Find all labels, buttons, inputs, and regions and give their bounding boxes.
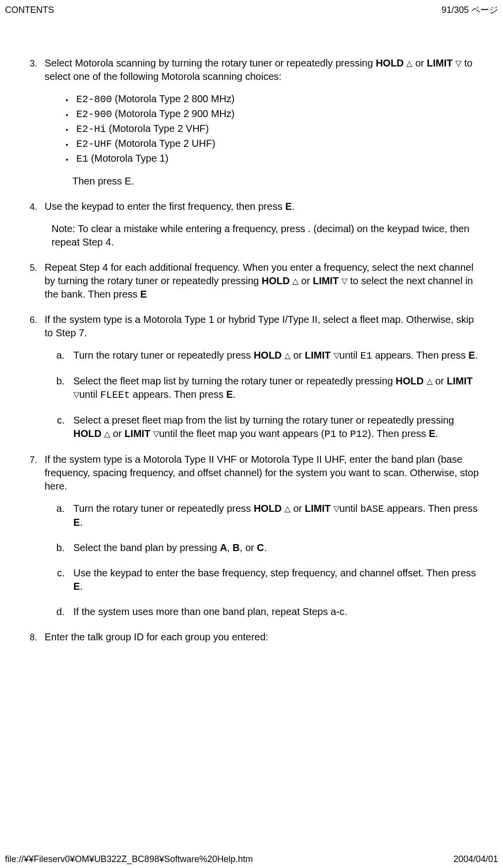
header-left: CONTENTS — [5, 4, 54, 16]
triangle-down-icon: ▽ — [153, 430, 159, 438]
list-item: E2-UHF (Motorola Type 2 UHF) — [73, 137, 483, 151]
footer-left: file://¥¥Fileserv0¥OM¥UB322Z_BC898¥Softw… — [5, 853, 253, 865]
step-7b: Select the band plan by pressing A, B, o… — [67, 541, 483, 555]
list-item: E1 (Motorola Type 1) — [73, 152, 483, 166]
step-5: Repeat Step 4 for each additional freque… — [40, 261, 483, 301]
main-steps-list: Select Motorola scanning by turning the … — [20, 57, 483, 644]
list-item: E2-Hi (Motorola Type 2 VHF) — [73, 122, 483, 136]
triangle-up-icon: △ — [427, 377, 433, 385]
triangle-down-icon: ▽ — [341, 277, 347, 285]
triangle-up-icon: △ — [406, 59, 412, 67]
triangle-up-icon: △ — [284, 351, 290, 360]
step-6a: Turn the rotary tuner or repeatedly pres… — [67, 349, 483, 363]
step-6-lead: If the system type is a Motorola Type 1 … — [45, 314, 474, 338]
step-6c: Select a preset fleet map from the list … — [67, 414, 483, 441]
step-7a: Turn the rotary tuner or repeatedly pres… — [67, 502, 483, 529]
step-7d: If the system uses more than one band pl… — [67, 605, 483, 619]
triangle-up-icon: △ — [104, 430, 110, 438]
step-8: Enter the talk group ID for each group y… — [40, 630, 483, 644]
triangle-down-icon: ▽ — [334, 504, 339, 513]
step-4-text: Use the keypad to enter the first freque… — [45, 201, 294, 212]
triangle-up-icon: △ — [284, 504, 290, 513]
step-7-sublist: Turn the rotary tuner or repeatedly pres… — [45, 502, 483, 619]
motorola-choice-list: E2-800 (Motorola Type 2 800 MHz) E2-900 … — [45, 92, 483, 166]
step-6: If the system type is a Motorola Type 1 … — [40, 313, 483, 441]
list-item: E2-900 (Motorola Type 2 900 MHz) — [73, 107, 483, 121]
page-footer: file://¥¥Fileserv0¥OM¥UB322Z_BC898¥Softw… — [5, 853, 498, 865]
step-4-note: Note: To clear a mistake while entering … — [52, 222, 483, 249]
step-3: Select Motorola scanning by turning the … — [40, 57, 483, 188]
step-6-sublist: Turn the rotary tuner or repeatedly pres… — [45, 349, 483, 441]
triangle-down-icon: ▽ — [455, 59, 461, 67]
step-3-text: Select Motorola scanning by turning the … — [45, 58, 472, 82]
page-content: Select Motorola scanning by turning the … — [0, 17, 503, 676]
triangle-down-icon: ▽ — [334, 351, 339, 360]
step-7: If the system type is a Motorola Type II… — [40, 453, 483, 619]
triangle-up-icon: △ — [292, 277, 298, 285]
step-4: Use the keypad to enter the first freque… — [40, 200, 483, 249]
page-header: CONTENTS 91/305 ページ — [0, 0, 503, 17]
list-item: E2-800 (Motorola Type 2 800 MHz) — [73, 92, 483, 106]
header-right: 91/305 ページ — [442, 4, 498, 16]
step-6b: Select the fleet map list by turning the… — [67, 374, 483, 402]
footer-right: 2004/04/01 — [453, 853, 498, 865]
step-7-lead: If the system type is a Motorola Type II… — [45, 454, 479, 492]
step-3-then: Then press E. — [72, 175, 483, 188]
triangle-down-icon: ▽ — [73, 390, 79, 399]
step-7c: Use the keypad to enter the base frequen… — [67, 566, 483, 593]
step-5-text: Repeat Step 4 for each additional freque… — [45, 262, 473, 300]
